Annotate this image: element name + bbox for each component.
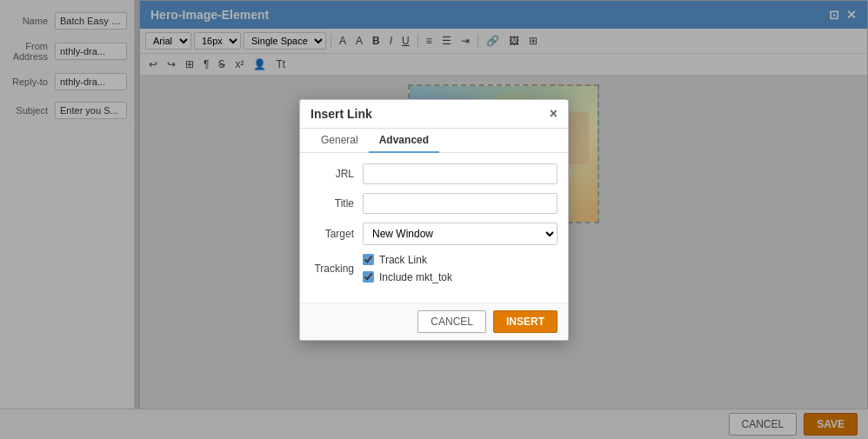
title-input[interactable] <box>363 193 558 214</box>
modal-overlay: Insert Link × General Advanced JRL Title <box>0 0 868 439</box>
include-mkt-tok-checkbox[interactable] <box>363 271 374 283</box>
title-label: Title <box>310 197 363 210</box>
target-select[interactable]: New Window Same Window Parent Window <box>363 223 558 245</box>
jrl-input[interactable] <box>363 163 558 184</box>
tab-general[interactable]: General <box>310 129 369 153</box>
title-row: Title <box>310 193 558 214</box>
track-link-label: Track Link <box>379 254 427 266</box>
dialog-tabs: General Advanced <box>300 129 568 153</box>
include-mkt-tok-label: Include mkt_tok <box>379 271 452 283</box>
track-link-checkbox[interactable] <box>363 254 374 265</box>
tracking-row: Tracking Track Link Include mkt_tok <box>310 254 558 283</box>
tracking-label: Tracking <box>310 263 363 275</box>
dialog-titlebar: Insert Link × <box>300 100 568 129</box>
insert-link-dialog: Insert Link × General Advanced JRL Title <box>299 99 569 341</box>
jrl-label: JRL <box>310 168 363 180</box>
dialog-cancel-button[interactable]: CANCEL <box>417 310 486 333</box>
dialog-title: Insert Link <box>310 107 372 121</box>
tracking-checkboxes: Track Link Include mkt_tok <box>363 254 558 283</box>
dialog-body: JRL Title Target New Window Same Window … <box>300 153 568 303</box>
track-link-checkbox-row[interactable]: Track Link <box>363 254 558 266</box>
dialog-footer: CANCEL INSERT <box>300 303 568 340</box>
tab-advanced[interactable]: Advanced <box>369 129 439 153</box>
jrl-row: JRL <box>310 163 558 184</box>
dialog-insert-button[interactable]: INSERT <box>493 310 558 333</box>
include-mkt-tok-checkbox-row[interactable]: Include mkt_tok <box>363 271 558 283</box>
target-label: Target <box>310 228 363 240</box>
dialog-close-button[interactable]: × <box>550 107 558 121</box>
target-row: Target New Window Same Window Parent Win… <box>310 223 558 245</box>
